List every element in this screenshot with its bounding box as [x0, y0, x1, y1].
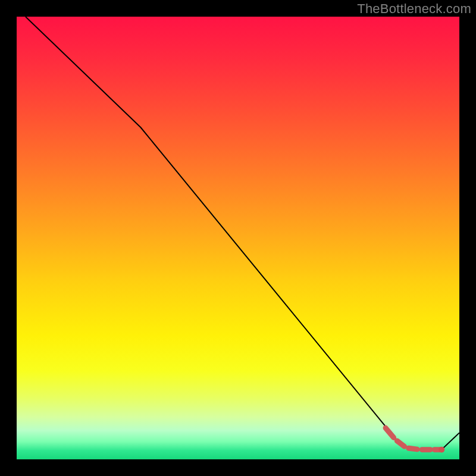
plot-area: [17, 17, 459, 459]
marker-optimal-point: [439, 447, 444, 453]
dash-optimal-range-marker-2: [409, 448, 417, 449]
chart-svg: [17, 17, 459, 459]
chart-stage: TheBottleneck.com: [0, 0, 476, 476]
watermark-text: TheBottleneck.com: [357, 1, 471, 17]
gradient-background: [17, 17, 459, 459]
